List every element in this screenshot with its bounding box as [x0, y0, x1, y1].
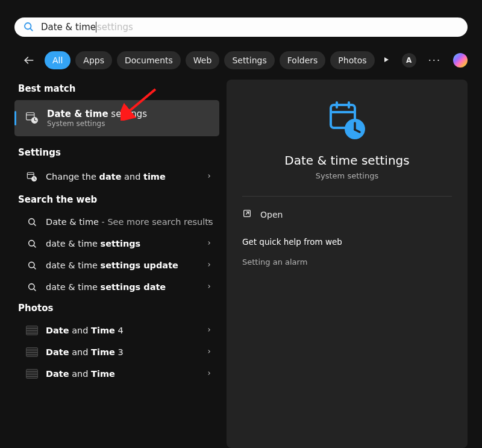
section-best-match: Best match: [14, 78, 219, 100]
section-web: Search the web: [14, 189, 219, 211]
filter-documents[interactable]: Documents: [117, 51, 181, 69]
filter-all[interactable]: All: [45, 51, 70, 69]
svg-line-15: [34, 224, 36, 226]
photos-item[interactable]: Date and Time 3: [14, 341, 219, 363]
open-action[interactable]: Open: [242, 209, 452, 231]
avatar[interactable]: A: [402, 53, 416, 68]
filter-web[interactable]: Web: [186, 51, 220, 69]
search-icon: [25, 282, 39, 292]
settings-item-label: Change the date and time: [46, 172, 166, 181]
chevron-right-icon: [206, 172, 212, 182]
web-item[interactable]: date & time settings: [14, 233, 219, 254]
web-item[interactable]: date & time settings date: [14, 276, 219, 298]
date-time-icon: [25, 111, 39, 126]
filter-row: All Apps Documents Web Settings Folders …: [0, 48, 482, 72]
web-item-label: date & time settings date: [46, 282, 166, 292]
date-time-large-icon: [242, 100, 452, 142]
copilot-icon[interactable]: [453, 53, 468, 68]
photos-item-label: Date and Time 4: [46, 326, 124, 335]
search-ghost-text: settings: [97, 22, 133, 33]
search-icon: [23, 21, 34, 34]
preview-title: Date & time settings: [242, 153, 452, 168]
preview-subtitle: System settings: [242, 171, 452, 180]
chevron-right-icon: [206, 239, 212, 249]
search-icon: [25, 217, 39, 227]
photos-item[interactable]: Date and Time: [14, 363, 219, 385]
svg-marker-3: [384, 57, 389, 62]
search-bar[interactable]: Date & time settings: [14, 17, 468, 37]
web-help-header: Get quick help from web: [242, 231, 452, 253]
photos-item-label: Date and Time: [46, 369, 115, 379]
photo-thumb-icon: [25, 369, 39, 379]
section-settings: Settings: [14, 142, 219, 164]
settings-item-change-date-time[interactable]: Change the date and time: [14, 164, 219, 189]
back-button[interactable]: [22, 53, 36, 68]
web-item[interactable]: Date & time - See more search results: [14, 211, 219, 233]
date-time-icon: [25, 171, 39, 182]
chevron-right-icon: [206, 282, 212, 292]
web-item-label: date & time settings update: [46, 260, 178, 270]
search-icon: [25, 239, 39, 248]
open-icon: [242, 209, 252, 220]
search-icon: [25, 260, 39, 270]
svg-line-21: [34, 289, 36, 291]
chevron-right-icon: [206, 369, 212, 379]
search-query-text: Date & time: [41, 22, 96, 33]
play-icon[interactable]: [383, 55, 390, 65]
svg-line-1: [30, 28, 33, 31]
right-controls: A ···: [383, 53, 468, 68]
more-button[interactable]: ···: [428, 55, 441, 66]
chevron-right-icon: [206, 347, 212, 358]
svg-line-17: [34, 245, 36, 247]
chevron-right-icon: [206, 326, 212, 336]
photos-item[interactable]: Date and Time 4: [14, 320, 219, 341]
text-cursor: [96, 22, 96, 33]
filter-folders[interactable]: Folders: [280, 51, 326, 69]
best-match-text: Date & time settings System settings: [47, 109, 147, 128]
open-label: Open: [260, 210, 283, 219]
svg-line-19: [34, 267, 36, 269]
section-photos: Photos: [14, 298, 219, 320]
filter-settings[interactable]: Settings: [224, 51, 274, 69]
preview-panel: Date & time settings System settings Ope…: [227, 80, 468, 448]
web-help-link[interactable]: Setting an alarm: [242, 253, 452, 267]
results-column: Best match Date & time settings System s…: [14, 78, 219, 385]
web-item-label: Date & time - See more search results: [46, 217, 213, 227]
filter-apps[interactable]: Apps: [75, 51, 112, 69]
web-item[interactable]: date & time settings update: [14, 254, 219, 276]
photos-item-label: Date and Time 3: [46, 347, 124, 357]
filter-photos[interactable]: Photos: [330, 51, 374, 69]
chevron-right-icon: [206, 217, 212, 227]
divider: [242, 196, 452, 197]
photo-thumb-icon: [25, 347, 39, 357]
photo-thumb-icon: [25, 326, 39, 335]
chevron-right-icon: [206, 260, 212, 271]
selection-accent: [14, 111, 16, 125]
best-match-item[interactable]: Date & time settings System settings: [14, 100, 219, 136]
web-item-label: date & time settings: [46, 239, 140, 248]
